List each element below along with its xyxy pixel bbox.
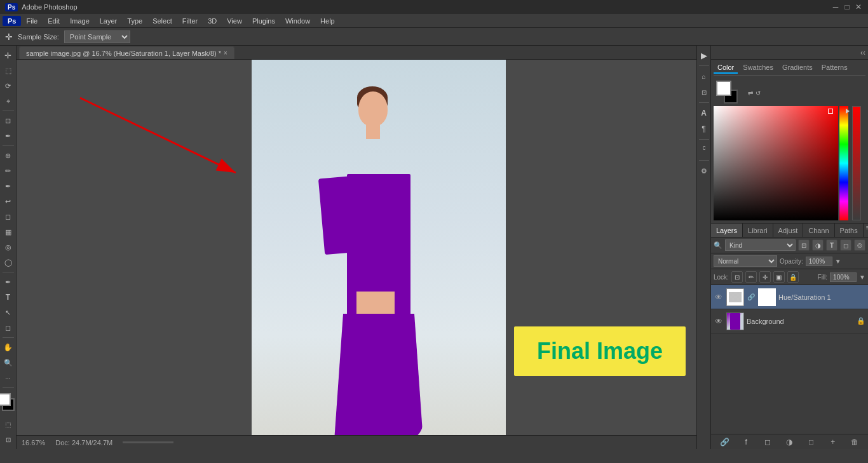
maximize-button[interactable]: □ — [843, 3, 851, 11]
text-tool[interactable]: T — [1, 290, 15, 304]
color-picker[interactable] — [714, 106, 866, 220]
tab-swatches[interactable]: Swatches — [739, 62, 777, 74]
layer-visibility-eye[interactable]: 👁 — [714, 292, 724, 302]
fill-chevron[interactable]: ▼ — [859, 274, 865, 281]
more-tools[interactable]: ··· — [1, 371, 15, 385]
hand-tool[interactable]: ✋ — [1, 340, 15, 354]
fill-value[interactable]: 100% — [830, 272, 857, 282]
menu-help[interactable]: Help — [315, 16, 340, 26]
document-tab[interactable]: sample image.jpg @ 16.7% (Hue/Saturation… — [19, 46, 234, 59]
menu-3d[interactable]: 3D — [203, 16, 222, 26]
lock-position-btn[interactable]: ✛ — [759, 271, 771, 283]
quick-mask-btn[interactable]: ⬚ — [1, 417, 15, 431]
layer-bg-visibility-eye[interactable]: 👁 — [714, 316, 724, 326]
tab-patterns[interactable]: Patterns — [818, 62, 851, 74]
fg-color-swatch[interactable] — [0, 393, 11, 406]
menu-plugins[interactable]: Plugins — [247, 16, 280, 26]
new-group-btn[interactable]: □ — [805, 436, 818, 448]
layer-hue-saturation[interactable]: 👁 🔗 Hue/Saturation 1 — [711, 285, 868, 309]
color-tabs: Color Swatches Gradients Patterns — [714, 62, 865, 76]
tab-gradients[interactable]: Gradients — [778, 62, 817, 74]
tab-layers[interactable]: Layers — [711, 224, 743, 237]
color-spectrum-bar[interactable] — [839, 106, 848, 220]
menu-select[interactable]: Select — [147, 16, 177, 26]
canvas-content: Final Image 16.67% Doc: 24.7M/24.7M — [17, 60, 696, 449]
filter-pixel-btn[interactable]: ⊡ — [798, 239, 810, 251]
tab-color[interactable]: Color — [714, 62, 738, 74]
tab-adjustments[interactable]: Adjust — [773, 224, 804, 237]
clone-stamp-tool[interactable]: ✒ — [1, 179, 15, 193]
menu-view[interactable]: View — [222, 16, 247, 26]
tab-channels[interactable]: Chann — [803, 224, 834, 237]
screen-mode-btn[interactable]: ⊡ — [1, 433, 15, 446]
crop-tool[interactable]: ⊡ — [1, 114, 15, 128]
tab-paths[interactable]: Paths — [835, 224, 864, 237]
link-layers-btn[interactable]: 🔗 — [718, 436, 731, 448]
lock-all-btn[interactable]: 🔒 — [787, 271, 799, 283]
lasso-tool[interactable]: ⟳ — [1, 79, 15, 93]
minimize-button[interactable]: ─ — [831, 3, 840, 11]
menu-file[interactable]: File — [21, 16, 43, 26]
color-gradient-field[interactable] — [714, 106, 838, 220]
filter-smart-btn[interactable]: ◎ — [854, 239, 865, 251]
play-btn[interactable]: ▶ — [697, 48, 711, 62]
close-button[interactable]: ✕ — [854, 3, 863, 11]
kind-select[interactable]: Kind — [725, 239, 796, 251]
lock-artboard-btn[interactable]: ▣ — [773, 271, 785, 283]
brush-tool[interactable]: ✏ — [1, 164, 15, 178]
opacity-bar[interactable] — [852, 106, 861, 220]
sample-size-label: Sample Size: — [18, 33, 59, 41]
sample-size-select[interactable]: Point Sample 3 by 3 Average 5 by 5 Avera… — [64, 30, 130, 43]
layers-panel-menu[interactable]: ≡ — [864, 224, 868, 237]
path-selection-tool[interactable]: ↖ — [1, 305, 15, 319]
magic-wand-tool[interactable]: ⌖ — [1, 94, 15, 108]
tab-close-button[interactable]: × — [224, 50, 227, 57]
opacity-chevron[interactable]: ▼ — [835, 258, 841, 265]
filter-shape-btn[interactable]: ◻ — [840, 239, 851, 251]
healing-brush-tool[interactable]: ⊕ — [1, 149, 15, 163]
move-tool[interactable]: ✛ — [1, 48, 15, 62]
brush-settings-btn[interactable]: ⌂ — [697, 69, 711, 83]
paragraph-btn[interactable]: ¶ — [697, 122, 711, 136]
type-settings-btn[interactable]: ꟲ — [697, 143, 711, 157]
marquee-tool[interactable]: ⬚ — [1, 64, 15, 77]
eraser-tool[interactable]: ◻ — [1, 210, 15, 224]
clone-source-btn[interactable]: ⊡ — [697, 85, 711, 99]
menu-image[interactable]: Image — [65, 16, 95, 26]
lock-image-btn[interactable]: ✏ — [745, 271, 757, 283]
menu-edit[interactable]: Edit — [43, 16, 65, 26]
gradient-tool[interactable]: ▦ — [1, 225, 15, 239]
delete-layer-btn[interactable]: 🗑 — [848, 436, 861, 448]
add-mask-btn[interactable]: ◻ — [761, 436, 774, 448]
foreground-color[interactable] — [716, 81, 731, 96]
adjustments-btn[interactable]: ⚙ — [697, 164, 711, 178]
menu-layer[interactable]: Layer — [95, 16, 123, 26]
tab-libraries[interactable]: Librari — [743, 224, 773, 237]
new-adjustment-btn[interactable]: ◑ — [783, 436, 796, 448]
opacity-value[interactable]: 100% — [806, 257, 832, 266]
blur-tool[interactable]: ◎ — [1, 240, 15, 254]
pen-tool[interactable]: ✒ — [1, 275, 15, 289]
text-settings-btn[interactable]: A — [697, 106, 711, 120]
titlebar-controls[interactable]: ─ □ ✕ — [831, 3, 863, 11]
dodge-tool[interactable]: ◯ — [1, 255, 15, 269]
reset-colors-icon[interactable]: ↺ — [756, 90, 761, 97]
menu-filter[interactable]: Filter — [177, 16, 203, 26]
history-brush-tool[interactable]: ↩ — [1, 194, 15, 208]
lock-transparent-btn[interactable]: ⊡ — [731, 271, 743, 283]
menu-ps[interactable]: Ps — [3, 16, 21, 26]
filter-type-btn[interactable]: T — [826, 239, 837, 251]
eyedropper-tool[interactable]: ✒ — [1, 129, 15, 143]
menu-type[interactable]: Type — [122, 16, 147, 26]
shape-tool[interactable]: ◻ — [1, 321, 15, 335]
blend-mode-select[interactable]: Normal Dissolve Multiply Screen — [714, 255, 777, 267]
collapse-panel-btn[interactable]: ‹‹ — [860, 48, 865, 57]
swap-colors-icon[interactable]: ⇄ — [748, 90, 753, 97]
new-layer-btn[interactable]: + — [827, 436, 839, 448]
add-fx-btn[interactable]: f — [740, 436, 752, 448]
filter-adjustment-btn[interactable]: ◑ — [812, 239, 824, 251]
zoom-tool[interactable]: 🔍 — [1, 356, 15, 370]
layer-background[interactable]: 👁 Background 🔒 — [711, 309, 868, 333]
menu-window[interactable]: Window — [280, 16, 315, 26]
canvas-wrapper: sample image.jpg @ 16.7% (Hue/Saturation… — [17, 46, 696, 449]
